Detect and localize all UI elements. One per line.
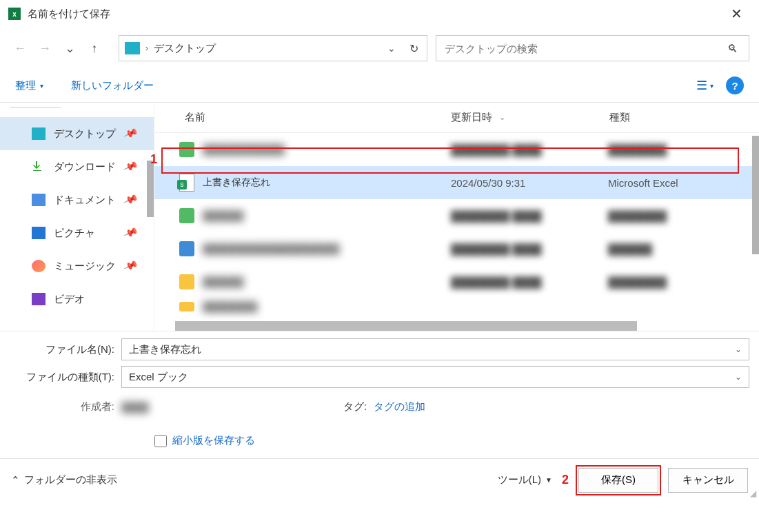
file-icon (179, 208, 194, 223)
window-title: 名前を付けて保存 (28, 8, 110, 21)
file-icon (179, 241, 194, 256)
vertical-scrollbar[interactable] (752, 136, 759, 254)
sidebar-item-music[interactable]: ミュージック 📌 (0, 249, 154, 283)
help-icon[interactable]: ? (726, 76, 744, 94)
music-icon (32, 260, 45, 272)
filename-value: 上書き保存忘れ (129, 343, 201, 356)
save-button[interactable]: 保存(S) (578, 468, 658, 493)
document-icon (32, 194, 45, 206)
file-name: ██████ (203, 210, 244, 221)
dropdown-icon[interactable]: ⌄ (735, 372, 742, 382)
filename-input[interactable]: 上書き保存忘れ ⌄ (121, 338, 749, 360)
col-header-type[interactable]: 種類 (608, 111, 759, 124)
file-name: 上書き保存忘れ (203, 176, 270, 189)
horizontal-scrollbar[interactable] (175, 321, 637, 331)
author-value: ████ (121, 402, 218, 413)
col-header-name[interactable]: 名前 (154, 111, 451, 124)
file-row[interactable]: ████████████ ████████ ████ ████████ (154, 133, 759, 166)
file-date: ████████ ████ (451, 210, 608, 222)
file-icon (179, 142, 194, 157)
new-folder-button[interactable]: 新しいフォルダー (71, 79, 154, 92)
file-date: ████████ ████ (451, 243, 608, 255)
file-row[interactable]: ██████ ████████ ████ ████████ (154, 199, 759, 232)
sidebar-item-label: ミュージック (54, 260, 116, 273)
pin-icon: 📌 (122, 125, 139, 141)
sidebar-item-downloads[interactable]: ダウンロード 📌 (0, 150, 154, 183)
column-headers: 名前 更新日時⌄ 種類 (154, 103, 759, 133)
file-type: Microsoft Excel (608, 177, 759, 189)
file-type: ██████ (608, 243, 759, 255)
author-label: 作成者: (10, 400, 121, 413)
sidebar-item-pictures[interactable]: ピクチャ 📌 (0, 216, 154, 249)
path-dropdown-icon[interactable]: ⌄ (385, 40, 398, 57)
sidebar-item-label: ビデオ (54, 293, 85, 306)
file-type: ████████ (608, 210, 759, 222)
close-icon[interactable]: ✕ (722, 1, 751, 26)
new-folder-label: 新しいフォルダー (71, 79, 154, 92)
file-name: ████████████████████ (203, 243, 339, 254)
tools-button[interactable]: ツール(L) ▼ (498, 473, 552, 487)
dropdown-icon[interactable]: ⌄ (735, 345, 742, 354)
sidebar-item-desktop[interactable]: デスクトップ 📌 (0, 117, 154, 150)
breadcrumb-label[interactable]: デスクトップ (154, 42, 216, 55)
desktop-icon (32, 127, 45, 140)
file-name: ████████████ (203, 144, 285, 155)
file-row[interactable]: ██████ ████████ ████ ████████ (154, 265, 759, 298)
filetype-value: Excel ブック (129, 371, 188, 384)
file-row-selected[interactable]: 上書き保存忘れ 2024/05/30 9:31 Microsoft Excel (154, 166, 759, 199)
hide-folders-label: フォルダーの非表示 (24, 473, 117, 487)
path-breadcrumb[interactable]: › デスクトップ ⌄ ↻ (119, 35, 427, 61)
filetype-select[interactable]: Excel ブック ⌄ (121, 366, 749, 388)
thumbnail-label[interactable]: 縮小版を保存する (172, 434, 255, 447)
search-icon[interactable]: 🔍︎ (725, 40, 740, 57)
file-date: 2024/05/30 9:31 (451, 177, 608, 189)
caret-down-icon: ▾ (40, 82, 43, 90)
thumbnail-checkbox[interactable] (154, 435, 167, 447)
filetype-label: ファイルの種類(T): (10, 371, 121, 384)
file-date: ████████ ████ (451, 144, 608, 156)
organize-button[interactable]: 整理 ▾ (15, 79, 43, 92)
annotation-number-2: 2 (562, 473, 569, 487)
sidebar-item-documents[interactable]: ドキュメント 📌 (0, 183, 154, 216)
file-date: ████████ ████ (451, 276, 608, 288)
refresh-icon[interactable]: ↻ (404, 39, 424, 58)
col-header-date[interactable]: 更新日時⌄ (451, 111, 608, 124)
organize-label: 整理 (15, 79, 36, 92)
pictures-icon (32, 227, 45, 239)
file-row[interactable]: ████████████████████ ████████ ████ █████… (154, 232, 759, 265)
view-mode-button[interactable]: ☰ ▾ (696, 78, 714, 93)
resize-grip-icon[interactable]: ◢ (750, 489, 756, 498)
excel-app-icon: x (8, 8, 21, 20)
file-type: ████████ (608, 276, 759, 288)
tag-label: タグ: (343, 400, 374, 413)
add-tag-link[interactable]: タグの追加 (374, 400, 425, 413)
recent-dropdown[interactable]: ⌄ (59, 38, 80, 59)
pin-icon: 📌 (122, 192, 139, 207)
hide-folders-button[interactable]: ⌃ フォルダーの非表示 (11, 473, 117, 487)
search-input[interactable] (445, 43, 725, 54)
search-box[interactable]: 🔍︎ (436, 35, 750, 61)
video-icon (32, 293, 45, 305)
tools-label: ツール(L) (498, 473, 541, 487)
desktop-folder-icon (125, 42, 140, 54)
cancel-button[interactable]: キャンセル (668, 468, 748, 493)
pin-icon: 📌 (122, 158, 139, 174)
annotation-number-1: 1 (150, 152, 157, 167)
file-icon (179, 302, 194, 311)
sort-indicator-icon: ⌄ (499, 113, 505, 122)
sidebar-divider (10, 107, 61, 108)
up-button[interactable]: ↑ (84, 38, 105, 59)
chevron-right-icon: › (145, 43, 148, 53)
caret-down-icon: ▼ (545, 476, 552, 484)
file-type: ████████ (608, 144, 759, 156)
sidebar-item-videos[interactable]: ビデオ (0, 283, 154, 316)
forward-button[interactable]: → (34, 38, 55, 59)
navigation-sidebar: デスクトップ 📌 ダウンロード 📌 ドキュメント 📌 ピクチャ 📌 ミュージック… (0, 103, 154, 331)
chevron-up-icon: ⌃ (11, 474, 20, 487)
sidebar-scrollbar[interactable] (147, 161, 154, 217)
sidebar-item-label: ピクチャ (54, 227, 95, 240)
back-button[interactable]: ← (10, 38, 30, 59)
filename-label: ファイル名(N): (10, 343, 121, 356)
sidebar-item-label: デスクトップ (54, 127, 116, 141)
file-row[interactable]: ████████ (154, 298, 759, 315)
